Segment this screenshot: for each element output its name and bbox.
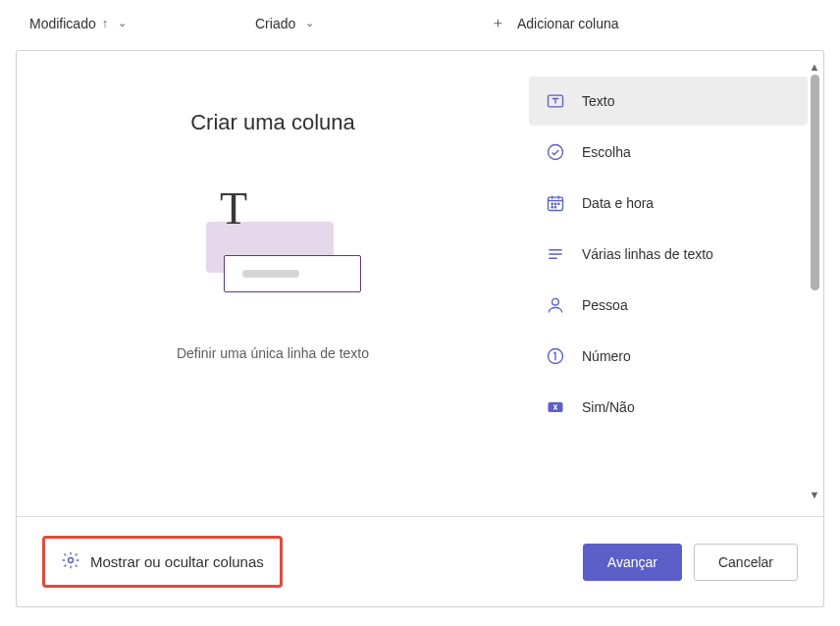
yesno-icon xyxy=(545,396,566,418)
panel-subtitle: Definir uma única linha de texto xyxy=(177,345,369,361)
footer-buttons: Avançar Cancelar xyxy=(583,544,798,581)
column-type-illustration: T xyxy=(184,179,361,306)
text-glyph-icon: T xyxy=(220,183,247,235)
scroll-down-icon[interactable]: ▼ xyxy=(810,489,820,500)
column-type-list: Texto Escolha Data e hora xyxy=(529,51,823,516)
panel-footer: Mostrar ou ocultar colunas Avançar Cance… xyxy=(17,516,823,606)
show-hide-columns-label: Mostrar ou ocultar colunas xyxy=(90,553,264,570)
calendar-icon xyxy=(545,192,566,214)
column-type-multiline[interactable]: Várias linhas de texto xyxy=(529,230,808,279)
column-type-label: Data e hora xyxy=(582,195,654,211)
column-type-label: Várias linhas de texto xyxy=(582,246,713,262)
add-column-label: Adicionar coluna xyxy=(517,16,619,31)
next-button[interactable]: Avançar xyxy=(583,544,682,581)
svg-point-3 xyxy=(551,203,552,204)
panel-title: Criar uma coluna xyxy=(190,110,355,135)
column-type-label: Sim/Não xyxy=(582,399,635,415)
sort-ascending-icon: ↑ xyxy=(102,16,109,30)
gear-icon xyxy=(61,550,80,573)
column-type-label: Texto xyxy=(582,93,614,109)
scroll-up-icon[interactable]: ▲ xyxy=(810,61,820,73)
column-header-modified-label: Modificado xyxy=(29,16,96,31)
choice-icon xyxy=(545,141,566,163)
next-button-label: Avançar xyxy=(607,554,657,570)
svg-point-7 xyxy=(554,207,555,208)
svg-point-4 xyxy=(554,203,555,204)
scroll-thumb[interactable] xyxy=(811,75,819,290)
panel-body: Criar uma coluna T Definir uma única lin… xyxy=(17,51,823,516)
svg-point-8 xyxy=(552,298,559,305)
text-icon xyxy=(545,90,566,112)
column-header-modified[interactable]: Modificado ↑ ⌄ xyxy=(29,16,226,31)
column-header-created-label: Criado xyxy=(255,16,295,31)
column-header-row: Modificado ↑ ⌄ Criado ⌄ ＋ Adicionar colu… xyxy=(0,0,840,42)
multiline-icon xyxy=(545,243,566,265)
svg-point-6 xyxy=(551,207,552,208)
column-type-label: Escolha xyxy=(582,144,631,160)
svg-point-11 xyxy=(69,558,74,563)
create-column-panel: Criar uma coluna T Definir uma única lin… xyxy=(16,50,824,607)
column-type-choice[interactable]: Escolha xyxy=(529,128,808,177)
cancel-button[interactable]: Cancelar xyxy=(694,544,798,581)
plus-icon: ＋ xyxy=(491,14,505,32)
column-type-text[interactable]: Texto xyxy=(529,77,808,126)
scrollbar[interactable]: ▲ ▼ xyxy=(808,61,821,500)
show-hide-columns-button[interactable]: Mostrar ou ocultar colunas xyxy=(42,536,283,588)
column-type-number[interactable]: Número xyxy=(529,332,808,381)
column-type-label: Número xyxy=(582,348,631,364)
svg-point-5 xyxy=(558,203,559,204)
chevron-down-icon: ⌄ xyxy=(118,17,127,29)
cancel-button-label: Cancelar xyxy=(718,554,773,570)
left-pane: Criar uma coluna T Definir uma única lin… xyxy=(17,51,529,516)
person-icon xyxy=(545,294,566,316)
column-type-label: Pessoa xyxy=(582,297,628,313)
column-type-person[interactable]: Pessoa xyxy=(529,281,808,330)
number-icon xyxy=(545,345,566,367)
svg-point-1 xyxy=(549,145,563,160)
add-column-button[interactable]: ＋ Adicionar coluna xyxy=(491,14,619,32)
chevron-down-icon: ⌄ xyxy=(305,17,314,29)
column-header-created[interactable]: Criado ⌄ xyxy=(255,16,442,31)
column-type-yesno[interactable]: Sim/Não xyxy=(529,383,808,432)
column-type-datetime[interactable]: Data e hora xyxy=(529,179,808,228)
